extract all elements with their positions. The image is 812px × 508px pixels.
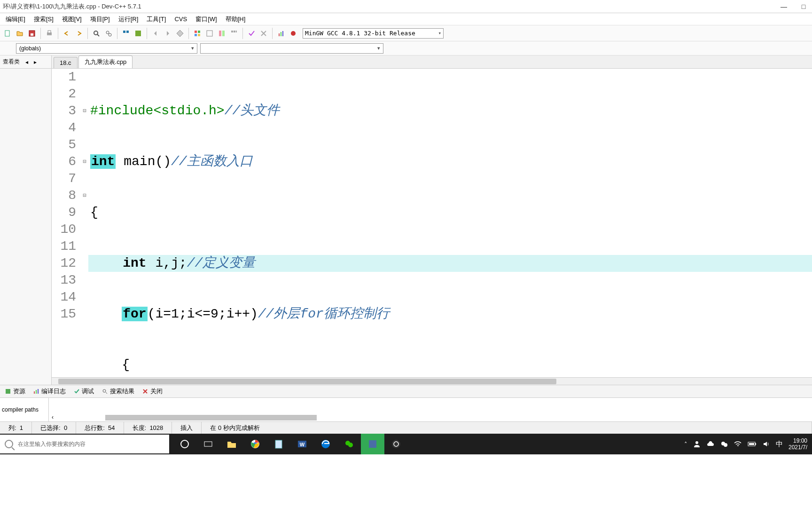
- svg-rect-21: [234, 31, 235, 32]
- tray-onedrive-icon[interactable]: [706, 440, 715, 448]
- new-file-button[interactable]: [2, 28, 13, 39]
- menu-view[interactable]: 视图[V]: [58, 14, 86, 25]
- bottom-tab-log[interactable]: 编译日志: [29, 385, 70, 397]
- svg-rect-9: [123, 31, 125, 33]
- scroll-left-icon[interactable]: ‹: [52, 414, 54, 421]
- sidebar-tab-prev[interactable]: ◂: [23, 57, 31, 67]
- bottom-tab-resource[interactable]: 资源: [1, 385, 29, 397]
- sidebar-tabs: 查看类 ◂ ▸: [0, 56, 51, 69]
- bottom-tab-label: 搜索结果: [110, 387, 134, 396]
- tray-chevron-icon[interactable]: ˄: [684, 441, 687, 448]
- menu-tools[interactable]: 工具[T]: [143, 14, 170, 25]
- cortana-button[interactable]: [173, 434, 196, 454]
- svg-point-42: [348, 443, 353, 447]
- explorer-button[interactable]: [220, 434, 243, 454]
- titlebar: 环\讲义资料\1-100\九九乘法表.cpp - Dev-C++ 5.7.1 —…: [0, 0, 812, 13]
- devcpp-button[interactable]: [361, 434, 384, 454]
- code-token: i,j;: [148, 256, 187, 270]
- editor-hscrollbar[interactable]: [52, 377, 812, 385]
- search-icon: [5, 440, 13, 448]
- code-editor[interactable]: 1 2 3 4 5 6 7 8 9 10 11 12 13 14 15 ⊟ ⊟⊟: [52, 69, 812, 377]
- tray-battery-icon[interactable]: [748, 441, 757, 447]
- svg-text:W: W: [300, 442, 305, 447]
- code-comment: //主函数入口: [171, 154, 253, 169]
- fold-icon[interactable]: ⊟: [81, 187, 88, 204]
- menu-run[interactable]: 运行[R]: [115, 14, 142, 25]
- grid-4-button[interactable]: [228, 28, 240, 39]
- svg-point-31: [103, 389, 106, 392]
- redo-button[interactable]: [73, 28, 85, 39]
- menu-help[interactable]: 帮助[H]: [222, 14, 250, 25]
- nav-back-button[interactable]: [150, 28, 161, 39]
- line-number: 1: [52, 69, 76, 86]
- fold-icon[interactable]: ⊟: [81, 103, 88, 119]
- save-file-button[interactable]: [26, 28, 38, 39]
- compiler-select[interactable]: MinGW GCC 4.8.1 32-bit Release: [303, 28, 444, 39]
- edge-button[interactable]: [314, 434, 337, 454]
- undo-button[interactable]: [61, 28, 72, 39]
- sidebar-tab-next[interactable]: ▸: [31, 57, 39, 67]
- menu-search[interactable]: 搜索[S]: [30, 14, 57, 25]
- grid-3-button[interactable]: [216, 28, 227, 39]
- goto-button[interactable]: [2, 43, 13, 54]
- status-insert: 插入: [172, 422, 202, 434]
- file-tab-2[interactable]: 九九乘法表.cpp: [78, 56, 133, 68]
- menu-cvs[interactable]: CVS: [171, 14, 191, 24]
- bottom-scrollbar-thumb[interactable]: [105, 415, 317, 421]
- maximize-button[interactable]: □: [798, 3, 809, 10]
- line-number: 3: [52, 103, 76, 119]
- check-button[interactable]: [246, 28, 257, 39]
- bottom-tab-close[interactable]: 关闭: [138, 385, 166, 397]
- debug-stop-button[interactable]: [174, 28, 186, 39]
- bottom-tab-debug[interactable]: 调试: [70, 385, 98, 397]
- scrollbar-thumb[interactable]: [58, 379, 556, 384]
- grid-1-button[interactable]: [192, 28, 203, 39]
- line-number: 4: [52, 119, 76, 136]
- fold-icon[interactable]: ⊟: [81, 153, 88, 170]
- notepad-button[interactable]: [267, 434, 290, 454]
- wechat-button[interactable]: [337, 434, 361, 454]
- svg-point-46: [695, 441, 698, 444]
- bottom-tab-search[interactable]: 搜索结果: [98, 385, 138, 397]
- svg-rect-14: [198, 31, 200, 33]
- minimize-button[interactable]: —: [778, 3, 789, 10]
- sidebar: 查看类 ◂ ▸: [0, 56, 52, 385]
- svg-rect-30: [38, 389, 39, 394]
- open-file-button[interactable]: [14, 28, 25, 39]
- tray-people-icon[interactable]: [693, 440, 701, 448]
- find-replace-button[interactable]: [103, 28, 114, 39]
- grid-2-button[interactable]: [204, 28, 215, 39]
- run-button[interactable]: [133, 28, 144, 39]
- cancel-button[interactable]: [258, 28, 269, 39]
- code-text[interactable]: #include<stdio.h>//头文件 int main()//主函数入口…: [88, 69, 812, 377]
- window-title: 环\讲义资料\1-100\九九乘法表.cpp - Dev-C++ 5.7.1: [3, 2, 778, 11]
- line-number: 15: [52, 306, 76, 323]
- compile-button[interactable]: [120, 28, 132, 39]
- tray-wechat-icon[interactable]: [720, 440, 728, 448]
- menu-window[interactable]: 窗口[W]: [192, 14, 221, 25]
- svg-rect-20: [231, 31, 233, 32]
- file-tab-1[interactable]: 18.c: [54, 57, 78, 68]
- tray-ime-label[interactable]: 中: [776, 440, 783, 449]
- chrome-button[interactable]: [243, 434, 267, 454]
- debug-button[interactable]: [288, 28, 299, 39]
- find-button[interactable]: [91, 28, 102, 39]
- menu-project[interactable]: 项目[P]: [86, 14, 114, 25]
- tray-wifi-icon[interactable]: [734, 440, 742, 448]
- taskview-button[interactable]: [196, 434, 220, 454]
- word-button[interactable]: W: [290, 434, 314, 454]
- sidebar-tab-classview[interactable]: 查看类: [0, 56, 23, 68]
- taskbar-clock[interactable]: 19:00 2021/7/: [789, 437, 807, 451]
- scope-combo[interactable]: (globals): [16, 43, 197, 54]
- tray-volume-icon[interactable]: [763, 440, 770, 448]
- profile-button[interactable]: [275, 28, 287, 39]
- code-keyword: int: [122, 256, 147, 270]
- taskbar-search[interactable]: 在这里输入你要搜索的内容: [0, 435, 169, 453]
- line-number: 8: [52, 187, 76, 204]
- nav-forward-button[interactable]: [162, 28, 173, 39]
- print-button[interactable]: [44, 28, 55, 39]
- bottom-panel-content: ‹: [49, 398, 812, 421]
- member-combo[interactable]: [200, 43, 383, 54]
- menu-edit[interactable]: 编辑[E]: [2, 14, 29, 25]
- obs-button[interactable]: [384, 434, 408, 454]
